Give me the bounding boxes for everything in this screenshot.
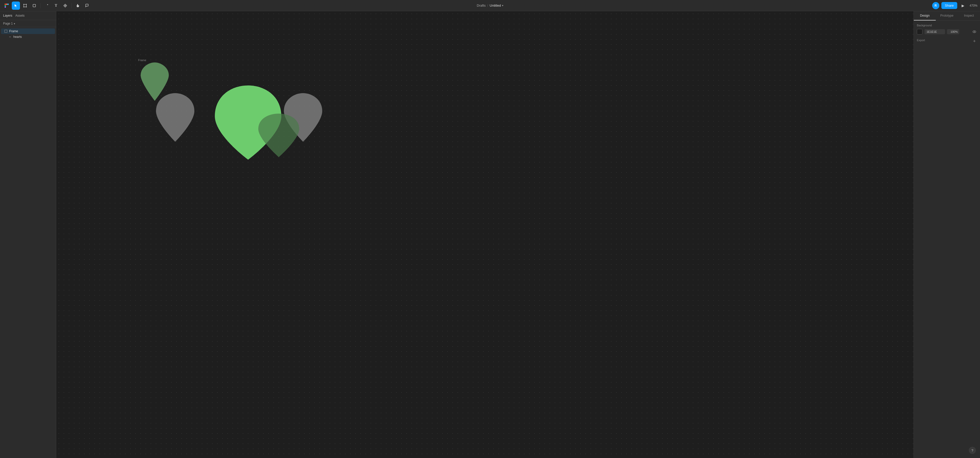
layer-item-hearts[interactable]: ▪▪ hearts — [1, 34, 55, 39]
svg-rect-5 — [24, 4, 26, 7]
page-selector[interactable]: Page 1 ▾ — [0, 20, 56, 27]
svg-rect-14 — [33, 4, 35, 7]
svg-rect-2 — [7, 3, 9, 5]
tab-inspect[interactable]: Inspect — [958, 11, 980, 21]
main-area: Layers Assets Page 1 ▾ Frame ▪▪ hearts — [0, 11, 980, 458]
heart-medium-left — [156, 93, 194, 142]
export-section: Export + — [917, 38, 977, 44]
right-sidebar: Design Prototype Inspect Background — [913, 11, 980, 458]
tab-design[interactable]: Design — [914, 11, 936, 21]
sidebar-tab-layers[interactable]: Layers — [3, 13, 12, 18]
comment-tool-button[interactable] — [83, 2, 91, 10]
file-title: Untitled — [490, 3, 501, 7]
svg-rect-3 — [5, 5, 6, 6]
title-chevron-icon: ▾ — [502, 4, 503, 7]
sidebar-tab-assets[interactable]: Assets — [15, 13, 25, 18]
zoom-level-label[interactable]: 470% — [969, 4, 977, 7]
toolbar-center: Drafts / Untitled ▾ — [477, 3, 503, 7]
figma-logo-button[interactable] — [3, 2, 11, 10]
svg-rect-1 — [6, 3, 7, 5]
frame-layer-name: Frame — [9, 29, 18, 33]
hearts-svg — [135, 60, 345, 162]
svg-rect-4 — [5, 6, 6, 8]
background-opacity-input[interactable] — [947, 29, 959, 34]
tab-prototype[interactable]: Prototype — [936, 11, 958, 21]
page-selector-chevron-icon: ▾ — [14, 22, 15, 25]
heart-small-top-left — [141, 62, 169, 101]
background-color-swatch[interactable] — [917, 29, 923, 35]
help-button[interactable]: ? — [969, 447, 976, 454]
toolbar: T Drafts / Untitled ▾ R Share ▶ 470 — [0, 0, 980, 11]
components-tool-button[interactable] — [61, 2, 69, 10]
hearts-container — [135, 60, 345, 162]
export-section-title: Export — [917, 38, 925, 42]
toolbar-separator-1 — [40, 3, 41, 8]
breadcrumb-separator: / — [487, 3, 488, 7]
sidebar-tabs: Layers Assets — [0, 11, 56, 20]
layers-panel: Frame ▪▪ hearts — [0, 27, 56, 458]
left-sidebar: Layers Assets Page 1 ▾ Frame ▪▪ hearts — [0, 11, 56, 458]
toolbar-right: R Share ▶ 470% — [932, 2, 977, 9]
export-add-button[interactable]: + — [972, 38, 977, 44]
play-button[interactable]: ▶ — [959, 2, 966, 9]
export-row: Export + — [917, 38, 977, 44]
frame-layer-icon — [4, 29, 8, 33]
text-tool-button[interactable]: T — [52, 2, 60, 10]
background-visibility-button[interactable] — [972, 29, 977, 34]
hearts-layer-name: hearts — [13, 35, 22, 38]
svg-point-20 — [974, 31, 975, 32]
breadcrumb-drafts[interactable]: Drafts — [477, 3, 486, 7]
user-avatar-button[interactable]: R — [932, 2, 939, 9]
canvas[interactable]: Frame — [56, 11, 913, 458]
svg-rect-18 — [5, 30, 7, 32]
background-row — [917, 29, 977, 35]
file-title-group[interactable]: Untitled ▾ — [490, 3, 503, 7]
background-section: Background — [917, 24, 977, 35]
shapes-tool-button[interactable] — [30, 2, 38, 10]
svg-rect-0 — [5, 3, 6, 5]
right-sidebar-tabs: Design Prototype Inspect — [914, 11, 980, 21]
right-panel: Background Export + — [914, 21, 980, 51]
frame-tool-button[interactable] — [21, 2, 29, 10]
background-color-input[interactable] — [924, 29, 945, 34]
page-selector-label: Page 1 — [3, 22, 13, 26]
hand-tool-button[interactable] — [74, 2, 82, 10]
svg-point-15 — [47, 4, 48, 5]
layer-item-frame[interactable]: Frame — [1, 29, 55, 34]
hearts-layer-icon: ▪▪ — [8, 35, 12, 38]
select-tool-button[interactable] — [12, 2, 20, 10]
background-section-title: Background — [917, 24, 977, 27]
pen-tool-button[interactable] — [43, 2, 51, 10]
share-button[interactable]: Share — [941, 2, 958, 9]
heart-bottom-right-overlap — [258, 113, 299, 157]
